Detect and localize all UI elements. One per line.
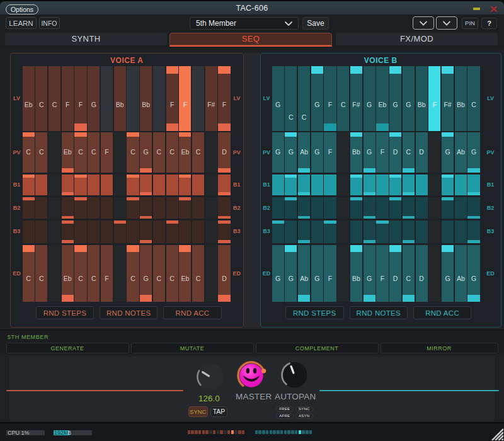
step-cell-b-b2-15[interactable]: [455, 197, 467, 219]
step-cell-a-lv-8[interactable]: Bb: [114, 66, 126, 131]
step-cell-b-pv-4[interactable]: G: [311, 132, 323, 173]
step-cell-a-b3-8[interactable]: [114, 220, 126, 243]
step-cell-b-pv-13[interactable]: [428, 132, 440, 173]
step-cell-b-ed-6[interactable]: [337, 245, 349, 302]
step-cell-a-b1-5[interactable]: [74, 175, 86, 195]
step-cell-b-ed-12[interactable]: D: [416, 245, 428, 302]
step-cell-b-lv-2[interactable]: C: [285, 66, 297, 131]
tab-seq[interactable]: SEQ: [169, 33, 332, 45]
step-cell-a-pv-11[interactable]: C: [153, 132, 165, 173]
step-cell-b-b2-3[interactable]: [298, 197, 310, 219]
step-cell-b-b1-11[interactable]: [403, 175, 415, 195]
step-cell-a-lv-13[interactable]: F: [179, 66, 191, 131]
step-cell-a-b1-10[interactable]: [140, 175, 152, 195]
step-cell-b-lv-12[interactable]: Bb: [416, 66, 428, 131]
step-cell-a-pv-13[interactable]: Eb: [179, 132, 191, 173]
step-cell-b-ed-9[interactable]: F: [376, 245, 388, 302]
step-cell-b-ed-7[interactable]: Bb: [350, 245, 362, 302]
step-cell-a-lv-7[interactable]: [101, 66, 113, 131]
step-cell-b-pv-7[interactable]: Bb: [350, 132, 362, 173]
step-cell-b-ed-16[interactable]: G: [467, 245, 479, 302]
step-cell-a-pv-6[interactable]: C: [88, 132, 100, 173]
master-knob[interactable]: [236, 360, 266, 391]
step-cell-a-b2-2[interactable]: [35, 197, 47, 219]
step-cell-a-lv-6[interactable]: G: [88, 66, 100, 131]
generate-button[interactable]: GENERATE: [6, 343, 129, 353]
step-cell-b-b2-16[interactable]: [467, 197, 479, 219]
step-cell-b-lv-14[interactable]: F#: [442, 66, 454, 131]
step-cell-b-b3-13[interactable]: [428, 220, 440, 243]
step-cell-b-pv-15[interactable]: Ab: [455, 132, 467, 173]
step-cell-a-pv-5[interactable]: C: [74, 132, 86, 173]
prev-preset-button[interactable]: [413, 16, 434, 30]
step-cell-b-b3-7[interactable]: [350, 220, 362, 243]
step-cell-a-b3-15[interactable]: [205, 220, 217, 243]
step-cell-b-b2-2[interactable]: [285, 197, 297, 219]
step-cell-a-b1-7[interactable]: [101, 175, 113, 195]
resize-grip[interactable]: [491, 428, 503, 440]
step-cell-b-b1-5[interactable]: [324, 175, 336, 195]
bpm-display[interactable]: 126.0: [184, 394, 234, 403]
step-cell-b-b3-3[interactable]: [298, 220, 310, 243]
step-cell-a-b2-3[interactable]: [49, 197, 60, 219]
step-cell-a-b3-10[interactable]: [140, 220, 152, 243]
step-cell-b-lv-1[interactable]: G: [272, 66, 284, 131]
step-cell-b-b3-2[interactable]: [285, 220, 297, 243]
step-cell-b-b2-6[interactable]: [337, 197, 349, 219]
step-cell-b-ed-10[interactable]: D: [389, 245, 401, 302]
step-cell-b-lv-3[interactable]: C: [298, 66, 310, 131]
step-cell-a-ed-7[interactable]: F: [101, 245, 113, 302]
step-cell-a-lv-1[interactable]: Eb: [23, 66, 35, 131]
step-cell-b-lv-10[interactable]: G: [389, 66, 401, 131]
step-cell-a-lv-5[interactable]: F: [74, 66, 86, 131]
step-cell-a-b3-3[interactable]: [49, 220, 60, 243]
step-cell-a-ed-14[interactable]: C: [192, 245, 204, 302]
step-cell-a-b2-1[interactable]: [23, 197, 35, 219]
step-cell-b-b2-11[interactable]: [403, 197, 415, 219]
step-cell-b-pv-6[interactable]: [337, 132, 349, 173]
step-cell-a-b2-5[interactable]: [74, 197, 86, 219]
step-cell-b-b2-1[interactable]: [272, 197, 284, 219]
step-cell-a-b3-6[interactable]: [88, 220, 100, 243]
step-cell-a-lv-10[interactable]: Bb: [140, 66, 152, 131]
step-cell-b-b2-12[interactable]: [416, 197, 428, 219]
step-cell-a-b1-12[interactable]: [166, 175, 178, 195]
step-cell-b-ed-11[interactable]: C: [403, 245, 415, 302]
step-cell-a-pv-8[interactable]: [114, 132, 126, 173]
autopan-mode-sync[interactable]: SYNC: [295, 406, 314, 412]
step-cell-a-b3-11[interactable]: [153, 220, 165, 243]
step-cell-a-b2-8[interactable]: [114, 197, 126, 219]
step-cell-b-b1-1[interactable]: [272, 175, 284, 195]
step-cell-b-lv-5[interactable]: F: [324, 66, 336, 131]
step-cell-a-b3-16[interactable]: [218, 220, 230, 243]
step-cell-b-b3-11[interactable]: [403, 220, 415, 243]
step-cell-a-lv-2[interactable]: C: [35, 66, 47, 131]
rnd-notes-button-b[interactable]: RND NOTES: [350, 306, 408, 319]
learn-button[interactable]: LEARN: [6, 17, 37, 29]
step-cell-b-b1-7[interactable]: [350, 175, 362, 195]
rnd-acc-button-a[interactable]: RND ACC: [163, 306, 221, 319]
step-cell-a-b1-13[interactable]: [179, 175, 191, 195]
step-cell-b-lv-16[interactable]: C: [467, 66, 479, 131]
autopan-mode-afre[interactable]: AFRE: [276, 413, 294, 419]
step-cell-b-lv-9[interactable]: Eb: [376, 66, 388, 131]
step-cell-a-ed-12[interactable]: C: [166, 245, 178, 302]
step-cell-b-b3-14[interactable]: [442, 220, 454, 243]
step-cell-b-pv-3[interactable]: Ab: [298, 132, 310, 173]
pin-button[interactable]: PIN: [462, 18, 478, 29]
step-cell-a-pv-2[interactable]: C: [35, 132, 47, 173]
step-cell-b-b3-1[interactable]: [272, 220, 284, 243]
info-button[interactable]: INFO: [39, 17, 60, 29]
step-cell-a-pv-16[interactable]: D: [218, 132, 230, 173]
step-cell-b-ed-15[interactable]: Ab: [455, 245, 467, 302]
step-cell-a-lv-11[interactable]: [153, 66, 165, 131]
step-cell-a-ed-16[interactable]: D: [218, 245, 230, 302]
step-cell-b-b3-4[interactable]: [311, 220, 323, 243]
step-cell-a-pv-4[interactable]: Eb: [62, 132, 74, 173]
step-cell-b-b1-12[interactable]: [416, 175, 428, 195]
step-cell-b-lv-6[interactable]: C: [337, 66, 349, 131]
step-cell-b-pv-16[interactable]: G: [467, 132, 479, 173]
step-cell-a-pv-3[interactable]: [49, 132, 60, 173]
step-cell-b-ed-3[interactable]: Ab: [298, 245, 310, 302]
step-cell-b-ed-4[interactable]: G: [311, 245, 323, 302]
